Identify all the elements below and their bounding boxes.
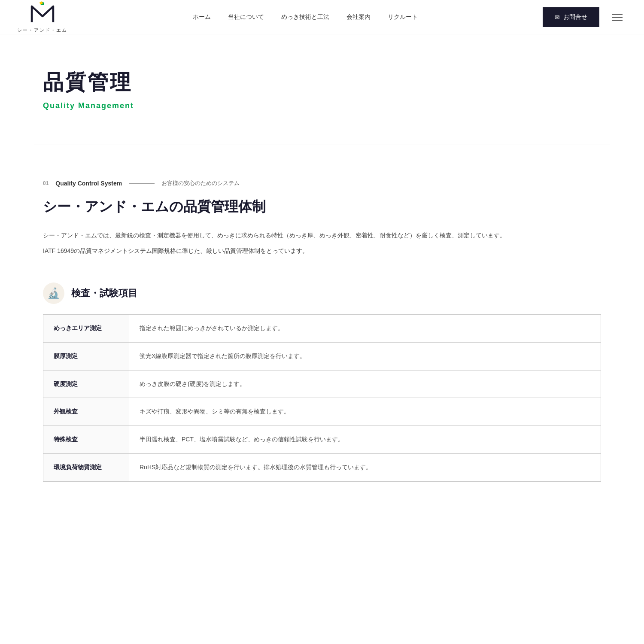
logo-text: シー・アンド・エム bbox=[17, 27, 67, 33]
microscope-emoji: 🔬 bbox=[47, 287, 60, 299]
inspection-table: めっきエリア測定 指定された範囲にめっきがされているか測定します。 膜厚測定 蛍… bbox=[43, 314, 601, 482]
nav-technology[interactable]: めっき技術と工法 bbox=[281, 13, 329, 21]
section-title: シー・アンド・エムの品質管理体制 bbox=[43, 197, 601, 216]
menu-line-2 bbox=[612, 17, 623, 18]
email-icon: ✉ bbox=[555, 14, 560, 21]
menu-line-1 bbox=[612, 14, 623, 15]
microscope-icon: 🔬 bbox=[43, 283, 64, 304]
inspection-item-name-3: 外観検査 bbox=[43, 398, 129, 426]
section-jp-sublabel: お客様の安心のためのシステム bbox=[161, 179, 240, 187]
table-row: 外観検査 キズや打痕、変形や異物、シミ等の有無を検査します。 bbox=[43, 398, 601, 426]
inspection-item-name-5: 環境負荷物質測定 bbox=[43, 453, 129, 481]
inspection-item-desc-5: RoHS対応品など規制物質の測定を行います。排水処理後の水質管理も行っています。 bbox=[129, 453, 601, 481]
menu-line-3 bbox=[612, 20, 623, 21]
section-description-2: IATF 16949の品質マネジメントシステム国際規格に準じた、厳しい品質管理体… bbox=[43, 245, 601, 257]
section-description-1: シー・アンド・エムでは、最新鋭の検査・測定機器を使用して、めっきに求められる特性… bbox=[43, 229, 601, 241]
contact-button[interactable]: ✉ お問合せ bbox=[543, 7, 599, 27]
inspection-item-name-4: 特殊検査 bbox=[43, 426, 129, 454]
logo-area[interactable]: シー・アンド・エム bbox=[17, 0, 67, 33]
section-number: 01 bbox=[43, 180, 49, 186]
section-label-row: 01 Quality Control System お客様の安心のためのシステム bbox=[43, 179, 601, 187]
nav-company[interactable]: 会社案内 bbox=[346, 13, 371, 21]
nav-recruit[interactable]: リクルート bbox=[388, 13, 418, 21]
table-row: 硬度測定 めっき皮膜の硬さ(硬度)を測定します。 bbox=[43, 370, 601, 398]
main-content: 01 Quality Control System お客様の安心のためのシステム… bbox=[0, 154, 644, 507]
nav-about[interactable]: 当社について bbox=[228, 13, 264, 21]
inspection-title: 検査・試験項目 bbox=[71, 287, 137, 300]
inspection-item-desc-1: 蛍光X線膜厚測定器で指定された箇所の膜厚測定を行います。 bbox=[129, 342, 601, 370]
main-nav: ホーム 当社について めっき技術と工法 会社案内 リクルート bbox=[193, 13, 418, 21]
inspection-item-name-1: 膜厚測定 bbox=[43, 342, 129, 370]
inspection-item-desc-4: 半田濡れ検査、PCT、塩水噴霧試験など、めっきの信頼性試験を行います。 bbox=[129, 426, 601, 454]
inspection-table-body: めっきエリア測定 指定された範囲にめっきがされているか測定します。 膜厚測定 蛍… bbox=[43, 315, 601, 482]
inspection-item-name-2: 硬度測定 bbox=[43, 370, 129, 398]
svg-rect-1 bbox=[39, 1, 43, 4]
header-right: ✉ お問合せ bbox=[543, 7, 627, 27]
section-en-label: Quality Control System bbox=[55, 180, 122, 187]
page-title-jp: 品質管理 bbox=[43, 69, 601, 96]
table-row: 膜厚測定 蛍光X線膜厚測定器で指定された箇所の膜厚測定を行います。 bbox=[43, 342, 601, 370]
inspection-item-desc-3: キズや打痕、変形や異物、シミ等の有無を検査します。 bbox=[129, 398, 601, 426]
inspection-section: 🔬 検査・試験項目 めっきエリア測定 指定された範囲にめっきがされているか測定し… bbox=[43, 283, 601, 482]
table-row: めっきエリア測定 指定された範囲にめっきがされているか測定します。 bbox=[43, 315, 601, 343]
section-divider bbox=[34, 145, 610, 145]
hamburger-menu-button[interactable] bbox=[608, 9, 627, 25]
inspection-item-desc-0: 指定された範囲にめっきがされているか測定します。 bbox=[129, 315, 601, 343]
inspection-header: 🔬 検査・試験項目 bbox=[43, 283, 601, 304]
table-row: 特殊検査 半田濡れ検査、PCT、塩水噴霧試験など、めっきの信頼性試験を行います。 bbox=[43, 426, 601, 454]
inspection-item-name-0: めっきエリア測定 bbox=[43, 315, 129, 343]
site-header: シー・アンド・エム ホーム 当社について めっき技術と工法 会社案内 リクルート… bbox=[0, 0, 644, 34]
hero-section: 品質管理 Quality Management bbox=[0, 34, 644, 136]
inspection-item-desc-2: めっき皮膜の硬さ(硬度)を測定します。 bbox=[129, 370, 601, 398]
section-line-decoration bbox=[129, 183, 155, 184]
table-row: 環境負荷物質測定 RoHS対応品など規制物質の測定を行います。排水処理後の水質管… bbox=[43, 453, 601, 481]
page-title-en: Quality Management bbox=[43, 101, 601, 110]
nav-home[interactable]: ホーム bbox=[193, 13, 211, 21]
logo-icon bbox=[27, 0, 58, 26]
contact-label: お問合せ bbox=[563, 13, 587, 21]
